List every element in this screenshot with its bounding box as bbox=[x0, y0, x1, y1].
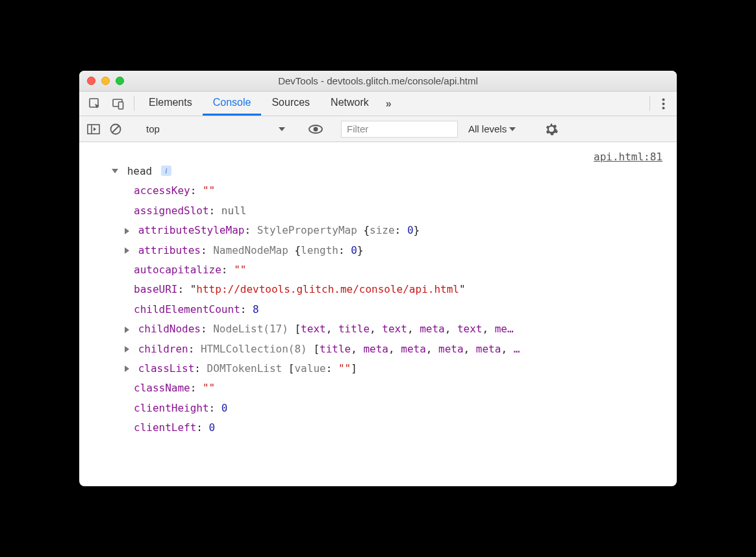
panel-tabs: Elements Console Sources Network » bbox=[138, 92, 398, 116]
expand-arrow-icon[interactable] bbox=[125, 228, 129, 234]
prop-key: classList bbox=[138, 362, 195, 375]
prop-row[interactable]: attributeStyleMap: StylePropertyMap {siz… bbox=[92, 221, 664, 240]
prop-value: http://devtools.glitch.me/console/api.ht… bbox=[196, 283, 459, 295]
prop-value: 8 bbox=[253, 303, 259, 316]
prop-value: "" bbox=[234, 264, 246, 276]
prop-value: 0 bbox=[221, 402, 228, 414]
tab-sources[interactable]: Sources bbox=[261, 92, 320, 116]
prop-row[interactable]: clientLeft: 0 bbox=[92, 418, 664, 438]
prop-key: autocapitalize bbox=[134, 264, 221, 276]
prop-key: className bbox=[134, 382, 190, 394]
minimize-window-button[interactable] bbox=[101, 77, 110, 85]
prop-row[interactable]: children: HTMLCollection(8) [title, meta… bbox=[92, 340, 664, 359]
prop-type: NamedNodeMap bbox=[213, 244, 288, 256]
context-selector[interactable]: top bbox=[141, 123, 290, 134]
prop-type: DOMTokenList bbox=[207, 362, 283, 375]
prop-type: NodeList(17) bbox=[213, 323, 288, 335]
tab-network[interactable]: Network bbox=[320, 92, 379, 116]
prop-key: assignedSlot bbox=[134, 204, 209, 217]
separator bbox=[649, 96, 650, 111]
tab-console[interactable]: Console bbox=[203, 92, 262, 116]
logged-object: head i accessKey: "" assignedSlot: null … bbox=[92, 162, 664, 438]
prop-row[interactable]: clientHeight: 0 bbox=[92, 399, 664, 418]
console-settings-icon[interactable] bbox=[538, 123, 564, 136]
console-toolbar: top All levels bbox=[79, 116, 677, 142]
levels-label: All levels bbox=[468, 123, 507, 134]
main-tabbar: Elements Console Sources Network » bbox=[79, 92, 677, 116]
svg-point-5 bbox=[662, 106, 665, 109]
prop-row[interactable]: childNodes: NodeList(17) [text, title, t… bbox=[92, 319, 664, 339]
prop-row[interactable]: attributes: NamedNodeMap {length: 0} bbox=[92, 241, 664, 260]
prop-key: children bbox=[138, 343, 188, 355]
svg-point-11 bbox=[314, 127, 318, 131]
svg-point-4 bbox=[662, 103, 665, 105]
object-root-row[interactable]: head i bbox=[92, 162, 664, 181]
clear-console-icon[interactable] bbox=[107, 120, 125, 138]
prop-key: attributeStyleMap bbox=[138, 224, 245, 236]
expand-arrow-icon[interactable] bbox=[125, 346, 129, 353]
device-toolbar-icon[interactable] bbox=[107, 92, 130, 116]
svg-line-9 bbox=[112, 126, 119, 132]
info-icon[interactable]: i bbox=[161, 166, 171, 176]
caret-down-icon bbox=[279, 127, 285, 131]
prop-key: attributes bbox=[138, 244, 201, 256]
caret-down-icon bbox=[509, 127, 516, 131]
prop-key: clientLeft bbox=[134, 421, 196, 434]
expand-arrow-icon[interactable] bbox=[125, 247, 129, 254]
tab-elements[interactable]: Elements bbox=[138, 92, 203, 116]
context-value: top bbox=[146, 123, 160, 134]
prop-value: "" bbox=[203, 184, 215, 197]
svg-rect-2 bbox=[119, 102, 123, 109]
prop-value: null bbox=[221, 204, 247, 217]
toggle-sidebar-icon[interactable] bbox=[84, 120, 103, 138]
prop-row[interactable]: baseURI: "http://devtools.glitch.me/cons… bbox=[92, 280, 664, 299]
prop-type: StylePropertyMap bbox=[257, 224, 357, 236]
devtools-window: DevTools - devtools.glitch.me/console/ap… bbox=[79, 71, 677, 486]
prop-row[interactable]: childElementCount: 8 bbox=[92, 300, 664, 319]
traffic-lights bbox=[87, 77, 124, 85]
titlebar: DevTools - devtools.glitch.me/console/ap… bbox=[79, 71, 677, 92]
prop-key: childNodes bbox=[138, 323, 201, 335]
kebab-menu-icon[interactable] bbox=[654, 92, 673, 116]
prop-row[interactable]: assignedSlot: null bbox=[92, 201, 664, 221]
source-link[interactable]: api.html:81 bbox=[594, 147, 662, 167]
console-output: api.html:81 head i accessKey: "" assigne… bbox=[79, 142, 677, 486]
prop-row[interactable]: accessKey: "" bbox=[92, 181, 664, 201]
prop-value: 0 bbox=[209, 421, 216, 434]
prop-key: childElementCount bbox=[134, 303, 240, 316]
separator bbox=[134, 96, 134, 111]
prop-value: "" bbox=[203, 382, 215, 394]
filter-input[interactable] bbox=[341, 121, 458, 138]
close-window-button[interactable] bbox=[87, 77, 95, 85]
expand-arrow-icon[interactable] bbox=[112, 169, 118, 173]
live-expression-icon[interactable] bbox=[307, 120, 325, 138]
more-tabs-button[interactable]: » bbox=[379, 92, 398, 116]
object-name: head bbox=[127, 165, 153, 177]
prop-key: clientHeight bbox=[134, 402, 209, 414]
zoom-window-button[interactable] bbox=[116, 77, 124, 85]
prop-row[interactable]: className: "" bbox=[92, 378, 664, 398]
prop-key: baseURI bbox=[134, 283, 177, 295]
prop-type: HTMLCollection(8) bbox=[201, 343, 307, 355]
inspect-element-icon[interactable] bbox=[83, 92, 107, 116]
prop-row[interactable]: classList: DOMTokenList [value: ""] bbox=[92, 359, 664, 378]
prop-row[interactable]: autocapitalize: "" bbox=[92, 260, 664, 280]
expand-arrow-icon[interactable] bbox=[125, 365, 129, 372]
prop-key: accessKey bbox=[134, 184, 190, 197]
expand-arrow-icon[interactable] bbox=[125, 327, 129, 333]
window-title: DevTools - devtools.glitch.me/console/ap… bbox=[79, 75, 677, 86]
svg-point-3 bbox=[662, 98, 665, 101]
log-levels-selector[interactable]: All levels bbox=[462, 123, 522, 134]
